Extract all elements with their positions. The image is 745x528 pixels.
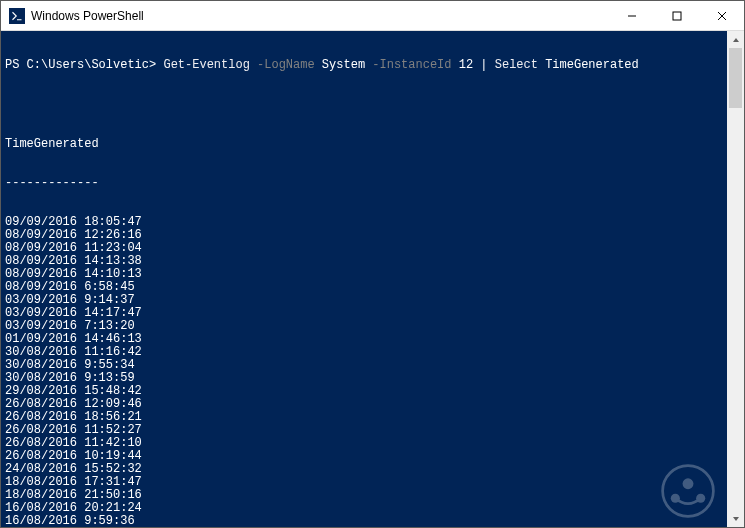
prompt-param2: -InstanceId bbox=[365, 58, 451, 72]
prompt-cmd2: Select bbox=[495, 58, 538, 72]
scroll-up-arrow[interactable] bbox=[727, 31, 744, 48]
column-header: TimeGenerated bbox=[5, 138, 740, 151]
close-button[interactable] bbox=[699, 1, 744, 30]
prompt-val2: 12 | bbox=[452, 58, 495, 72]
window-title: Windows PowerShell bbox=[31, 9, 609, 23]
titlebar[interactable]: Windows PowerShell bbox=[1, 1, 744, 31]
prompt-val1: System bbox=[315, 58, 365, 72]
output-row: 16/08/2016 9:59:36 bbox=[5, 515, 740, 527]
blank-line bbox=[5, 99, 740, 112]
powershell-window: Windows PowerShell PS C:\Users\Solvetic>… bbox=[0, 0, 745, 528]
powershell-icon bbox=[9, 8, 25, 24]
minimize-button[interactable] bbox=[609, 1, 654, 30]
maximize-button[interactable] bbox=[654, 1, 699, 30]
terminal-area[interactable]: PS C:\Users\Solvetic> Get-Eventlog -LogN… bbox=[1, 31, 744, 527]
scroll-down-arrow[interactable] bbox=[727, 510, 744, 527]
command-prompt-line: PS C:\Users\Solvetic> Get-Eventlog -LogN… bbox=[5, 59, 740, 72]
prompt-path: PS C:\Users\Solvetic> bbox=[5, 58, 163, 72]
svg-rect-1 bbox=[673, 12, 681, 20]
prompt-cmd1: Get-Eventlog bbox=[163, 58, 249, 72]
scroll-track[interactable] bbox=[727, 48, 744, 510]
output-rows: 09/09/2016 18:05:4708/09/2016 12:26:1608… bbox=[5, 216, 740, 527]
column-underline: ------------- bbox=[5, 177, 740, 190]
prompt-val3: TimeGenerated bbox=[538, 58, 639, 72]
vertical-scrollbar[interactable] bbox=[727, 31, 744, 527]
prompt-param1: -LogName bbox=[250, 58, 315, 72]
scroll-thumb[interactable] bbox=[729, 48, 742, 108]
window-controls bbox=[609, 1, 744, 30]
